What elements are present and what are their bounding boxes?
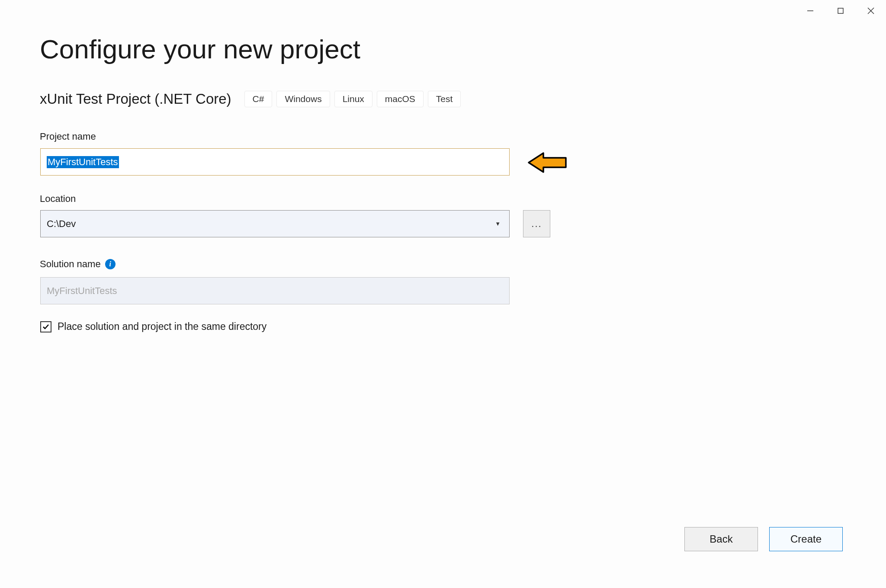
page-title: Configure your new project <box>40 34 360 64</box>
project-name-label: Project name <box>40 131 96 142</box>
create-button[interactable]: Create <box>769 527 843 551</box>
template-name: xUnit Test Project (.NET Core) <box>40 91 231 107</box>
tag: Windows <box>276 91 330 107</box>
checkmark-icon <box>42 323 50 331</box>
solution-name-label-text: Solution name <box>40 259 101 270</box>
location-value: C:\Dev <box>47 218 76 230</box>
same-directory-checkbox[interactable] <box>40 321 51 332</box>
arrow-annotation-icon <box>527 151 568 176</box>
window-controls <box>795 0 886 22</box>
maximize-button[interactable] <box>825 0 856 22</box>
template-tags: C# Windows Linux macOS Test <box>244 91 461 107</box>
info-icon[interactable]: i <box>105 259 116 269</box>
tag: C# <box>244 91 273 107</box>
svg-marker-4 <box>529 153 566 172</box>
project-name-input[interactable]: MyFirstUnitTests <box>40 148 510 176</box>
chevron-down-icon: ▼ <box>495 220 501 227</box>
browse-label: ... <box>531 218 542 230</box>
close-icon <box>867 7 875 15</box>
maximize-icon <box>837 7 844 14</box>
location-label: Location <box>40 193 76 205</box>
same-directory-row: Place solution and project in the same d… <box>40 321 266 332</box>
same-directory-label: Place solution and project in the same d… <box>58 321 266 332</box>
minimize-button[interactable] <box>795 0 825 22</box>
back-button-label: Back <box>709 533 732 545</box>
location-input[interactable]: C:\Dev ▼ <box>40 210 510 237</box>
close-button[interactable] <box>856 0 886 22</box>
solution-name-label: Solution name i <box>40 259 116 270</box>
tag: Linux <box>334 91 372 107</box>
solution-name-input: MyFirstUnitTests <box>40 277 510 304</box>
minimize-icon <box>807 7 814 14</box>
footer-buttons: Back Create <box>684 527 843 551</box>
svg-rect-1 <box>838 8 843 13</box>
template-row: xUnit Test Project (.NET Core) C# Window… <box>40 91 461 107</box>
browse-button[interactable]: ... <box>523 210 550 237</box>
tag: macOS <box>377 91 424 107</box>
tag: Test <box>428 91 461 107</box>
project-name-value: MyFirstUnitTests <box>47 156 119 168</box>
back-button[interactable]: Back <box>684 527 758 551</box>
solution-name-placeholder: MyFirstUnitTests <box>47 285 117 297</box>
create-button-label: Create <box>790 533 822 545</box>
